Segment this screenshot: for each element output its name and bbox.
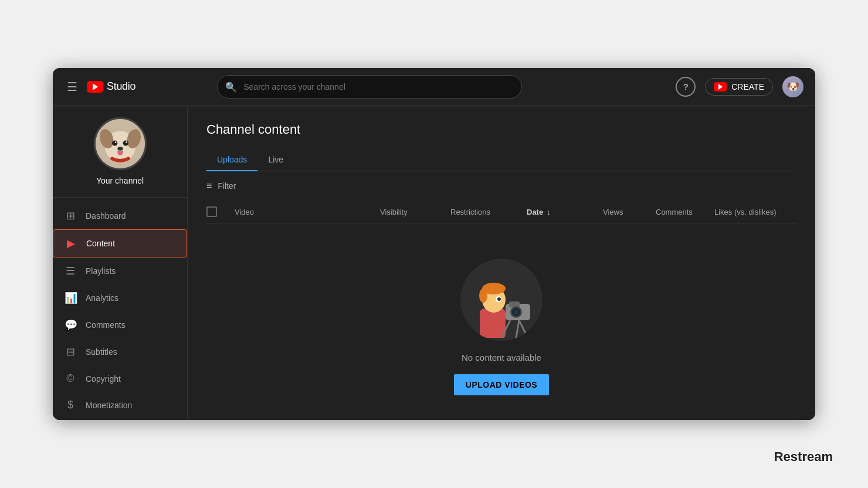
channel-avatar-image xyxy=(96,117,145,170)
empty-message: No content available xyxy=(462,353,541,362)
th-comments: Comments xyxy=(656,208,714,216)
subtitles-icon: ⊟ xyxy=(65,345,76,358)
main-content: Channel content UploadsLive ≡ Filter Vid… xyxy=(188,106,815,420)
sidebar-item-monetization[interactable]: $ Monetization xyxy=(53,392,187,418)
th-restrictions: Restrictions xyxy=(450,208,527,216)
select-all-checkbox[interactable] xyxy=(206,206,217,217)
th-checkbox xyxy=(206,206,235,217)
sidebar-label-playlists: Playlists xyxy=(86,266,116,276)
sidebar-item-comments[interactable]: 💬 Comments xyxy=(53,311,187,338)
dashboard-icon: ⊞ xyxy=(65,209,76,222)
help-button[interactable]: ? xyxy=(676,77,696,97)
nav-list: ⊞ Dashboard ▶ Content ☰ Playlists 📊 Anal… xyxy=(53,202,187,418)
svg-rect-11 xyxy=(480,309,506,338)
tabs: UploadsLive xyxy=(206,149,796,171)
content-icon: ▶ xyxy=(65,237,77,250)
sidebar-item-playlists[interactable]: ☰ Playlists xyxy=(53,257,187,284)
header: ☰ Studio 🔍 ? CREATE 🐶 xyxy=(53,68,815,106)
th-visibility: Visibility xyxy=(380,208,450,216)
app-window: ☰ Studio 🔍 ? CREATE 🐶 xyxy=(53,68,815,420)
logo-text: Studio xyxy=(107,80,135,93)
avatar[interactable]: 🐶 xyxy=(782,76,803,97)
svg-point-22 xyxy=(514,310,518,314)
sidebar-label-comments: Comments xyxy=(86,320,126,330)
svg-point-4 xyxy=(112,140,117,145)
filter-label[interactable]: Filter xyxy=(218,181,236,191)
svg-point-5 xyxy=(123,140,128,145)
svg-point-9 xyxy=(117,151,123,155)
channel-name: Your channel xyxy=(96,176,144,185)
sidebar-label-dashboard: Dashboard xyxy=(86,211,126,221)
youtube-icon xyxy=(87,81,103,93)
sidebar-item-copyright[interactable]: © Copyright xyxy=(53,365,187,392)
body: Your channel ⊞ Dashboard ▶ Content ☰ Pla… xyxy=(53,106,815,420)
th-date[interactable]: Date ↓ xyxy=(527,208,603,216)
date-label: Date xyxy=(527,208,543,216)
search-icon: 🔍 xyxy=(225,81,237,92)
svg-point-15 xyxy=(479,289,487,303)
sidebar-label-analytics: Analytics xyxy=(86,293,118,303)
header-right: ? CREATE 🐶 xyxy=(676,76,803,97)
playlists-icon: ☰ xyxy=(65,265,76,277)
tab-live[interactable]: Live xyxy=(257,149,294,171)
search-input[interactable] xyxy=(217,75,522,99)
sidebar-label-monetization: Monetization xyxy=(86,401,132,410)
th-likes: Likes (vs. dislikes) xyxy=(714,208,796,216)
th-views: Views xyxy=(603,208,656,216)
upload-videos-button[interactable]: UPLOAD VIDEOS xyxy=(454,374,549,395)
sidebar: Your channel ⊞ Dashboard ▶ Content ☰ Pla… xyxy=(53,106,188,420)
sidebar-item-analytics[interactable]: 📊 Analytics xyxy=(53,284,187,311)
table-header: Video Visibility Restrictions Date ↓ Vie… xyxy=(206,201,796,223)
camera-illustration xyxy=(460,259,542,341)
filter-icon: ≡ xyxy=(206,181,212,191)
search-bar: 🔍 xyxy=(217,75,522,99)
comments-icon: 💬 xyxy=(65,318,76,331)
svg-point-7 xyxy=(126,141,127,143)
create-video-icon xyxy=(714,82,727,92)
analytics-icon: 📊 xyxy=(65,292,76,304)
th-video: Video xyxy=(235,208,380,216)
svg-point-8 xyxy=(117,147,123,151)
sidebar-item-content[interactable]: ▶ Content xyxy=(53,229,187,257)
sidebar-item-dashboard[interactable]: ⊞ Dashboard xyxy=(53,202,187,229)
header-left: ☰ Studio xyxy=(65,77,135,96)
tab-uploads[interactable]: Uploads xyxy=(206,149,257,171)
watermark: Restream xyxy=(774,449,833,465)
copyright-icon: © xyxy=(65,372,76,385)
channel-section: Your channel xyxy=(53,117,187,198)
date-sort-arrow: ↓ xyxy=(547,208,551,216)
svg-point-17 xyxy=(497,297,501,301)
sidebar-label-subtitles: Subtitles xyxy=(86,347,117,357)
monetization-icon: $ xyxy=(65,399,76,411)
sidebar-item-subtitles[interactable]: ⊟ Subtitles xyxy=(53,338,187,365)
logo: Studio xyxy=(87,80,135,93)
sidebar-label-content: Content xyxy=(86,239,115,248)
sidebar-label-copyright: Copyright xyxy=(86,374,121,384)
create-button[interactable]: CREATE xyxy=(705,78,773,96)
filter-row: ≡ Filter xyxy=(206,181,796,191)
empty-state: No content available UPLOAD VIDEOS xyxy=(206,223,796,419)
page-title: Channel content xyxy=(206,122,796,137)
create-label: CREATE xyxy=(731,82,764,92)
camera-svg xyxy=(463,262,540,338)
channel-avatar[interactable] xyxy=(94,117,147,170)
svg-point-6 xyxy=(114,141,116,143)
hamburger-icon[interactable]: ☰ xyxy=(65,77,80,96)
